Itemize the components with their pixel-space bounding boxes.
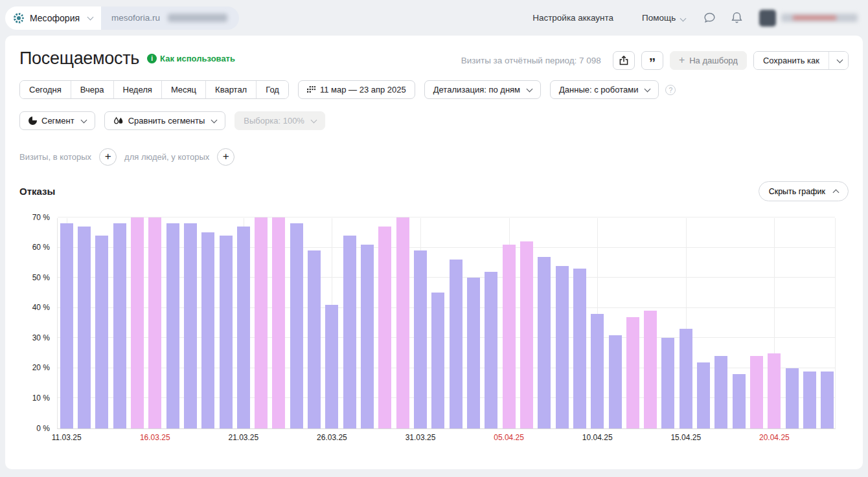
horizontal-gridline [58, 217, 835, 217]
chart-bar[interactable] [485, 272, 497, 428]
account-settings-link[interactable]: Настройка аккаунта [532, 13, 613, 23]
chat-bubble-icon[interactable] [700, 8, 719, 28]
chart-bar[interactable] [325, 305, 338, 428]
segment-dropdown[interactable]: Сегмент [19, 111, 95, 130]
chart-bar[interactable] [237, 227, 250, 428]
chevron-down-icon [837, 56, 843, 63]
chart-bar[interactable] [786, 368, 799, 428]
chart-bar[interactable] [290, 223, 303, 428]
y-axis-label: 60 % [20, 243, 50, 252]
chart-bar[interactable] [626, 317, 639, 428]
chart-bar[interactable] [255, 217, 268, 428]
export-button[interactable] [613, 51, 635, 70]
avatar[interactable] [759, 10, 776, 27]
add-to-dashboard-button[interactable]: + На дашборд [670, 51, 747, 70]
add-visit-condition-button[interactable]: + [99, 148, 117, 166]
period-tab[interactable]: Сегодня [20, 81, 71, 98]
sampling-dropdown[interactable]: Выборка: 100% [234, 111, 325, 130]
compare-segments-dropdown[interactable]: Сравнить сегменты [104, 111, 226, 130]
chart-bar[interactable] [361, 245, 374, 428]
x-axis-label: 15.04.25 [660, 433, 712, 442]
period-tab[interactable]: Год [256, 81, 288, 98]
chart-bar[interactable] [714, 356, 727, 428]
chart-bar[interactable] [697, 362, 710, 428]
period-tabs: СегодняВчераНеделяМесяцКварталГод [19, 80, 289, 99]
chart-bar[interactable] [431, 293, 444, 428]
counter-domain-area[interactable]: mesoforia.ru [101, 6, 239, 30]
chart-bar[interactable] [520, 241, 533, 428]
period-tab[interactable]: Вчера [71, 81, 113, 98]
period-tab[interactable]: Неделя [113, 81, 161, 98]
chart-bar[interactable] [467, 278, 480, 428]
chart-bar[interactable] [78, 227, 91, 428]
chart-bar[interactable] [503, 245, 516, 428]
chart-bar[interactable] [414, 250, 427, 428]
chart-bar[interactable] [343, 236, 356, 428]
hide-chart-button[interactable]: Скрыть график [759, 181, 849, 201]
x-axis-label: 26.03.25 [306, 433, 358, 442]
counter-domain: mesoforia.ru [111, 13, 160, 23]
comments-button[interactable]: ” [641, 51, 663, 70]
chart-bar[interactable] [661, 338, 674, 428]
save-as-button[interactable]: Сохранить как [754, 52, 828, 69]
y-axis-label: 70 % [20, 213, 50, 223]
chart-bar[interactable] [378, 227, 391, 428]
chart-bar[interactable] [768, 353, 781, 428]
top-bar: Месофория mesoforia.ru Настройка аккаунт… [0, 0, 868, 36]
chart-bar[interactable] [450, 260, 463, 428]
counter-selector-main[interactable]: Месофория [5, 6, 101, 30]
chart-bar[interactable] [750, 356, 763, 428]
pie-segment-icon [29, 116, 37, 125]
visits-summary: Визиты за отчётный период: 7 098 [461, 56, 601, 65]
chevron-down-icon [80, 116, 87, 123]
calendar-grid-icon [307, 86, 315, 94]
segment-label: Сегмент [41, 116, 74, 126]
add-to-dashboard-label: На дашборд [689, 56, 738, 65]
chart-bar[interactable] [220, 236, 233, 428]
y-axis-label: 0 % [20, 424, 50, 434]
chart-bar[interactable] [272, 217, 285, 428]
y-axis-label: 40 % [20, 303, 50, 313]
chart-bar[interactable] [609, 335, 622, 428]
data-mode-dropdown[interactable]: Данные: с роботами [550, 80, 659, 99]
chart-bar[interactable] [556, 266, 569, 428]
chart-bar[interactable] [95, 236, 108, 428]
data-mode-label: Данные: с роботами [559, 85, 638, 94]
save-as-split-button: Сохранить как [753, 51, 849, 70]
chart-bar[interactable] [821, 372, 834, 428]
detalization-dropdown[interactable]: Детализация: по дням [424, 80, 541, 99]
chart-bar[interactable] [166, 223, 179, 428]
counter-selector[interactable]: Месофория mesoforia.ru [5, 6, 239, 30]
save-as-dropdown[interactable] [828, 52, 848, 69]
add-people-condition-button[interactable]: + [217, 148, 234, 166]
chart-bar[interactable] [60, 223, 73, 428]
droplets-icon [113, 116, 124, 126]
help-question-icon[interactable]: ? [665, 85, 676, 95]
chart-bar[interactable] [184, 223, 197, 428]
chart-bar[interactable] [733, 374, 746, 428]
chart-bar[interactable] [644, 311, 657, 428]
y-axis-label: 30 % [20, 333, 50, 343]
chevron-down-icon [527, 85, 533, 92]
chart-bar[interactable] [591, 314, 604, 428]
period-toolbar: СегодняВчераНеделяМесяцКварталГод 11 мар… [19, 80, 849, 99]
chart-bar[interactable] [131, 217, 144, 428]
chart-bar[interactable] [396, 217, 409, 428]
chart-bar[interactable] [573, 269, 586, 428]
chart-bar[interactable] [201, 232, 214, 428]
metric-title: Отказы [19, 186, 55, 197]
period-tab[interactable]: Квартал [205, 81, 256, 98]
help-menu[interactable]: Помощь [642, 13, 685, 23]
chart-bar[interactable] [803, 372, 816, 428]
chart-bar[interactable] [148, 217, 161, 428]
chart-bar[interactable] [680, 329, 692, 428]
comments-icon: ” [649, 60, 656, 66]
chart-bar[interactable] [538, 257, 551, 428]
bounces-bar-chart: 0 %10 %20 %30 %40 %50 %60 %70 %11.03.251… [57, 218, 836, 429]
date-range-button[interactable]: 11 мар — 23 апр 2025 [298, 80, 415, 99]
period-tab[interactable]: Месяц [161, 81, 205, 98]
how-to-use-link[interactable]: i Как использовать [147, 54, 235, 63]
chart-bar[interactable] [308, 250, 321, 428]
chart-bar[interactable] [113, 223, 126, 428]
bell-icon[interactable] [727, 8, 746, 28]
